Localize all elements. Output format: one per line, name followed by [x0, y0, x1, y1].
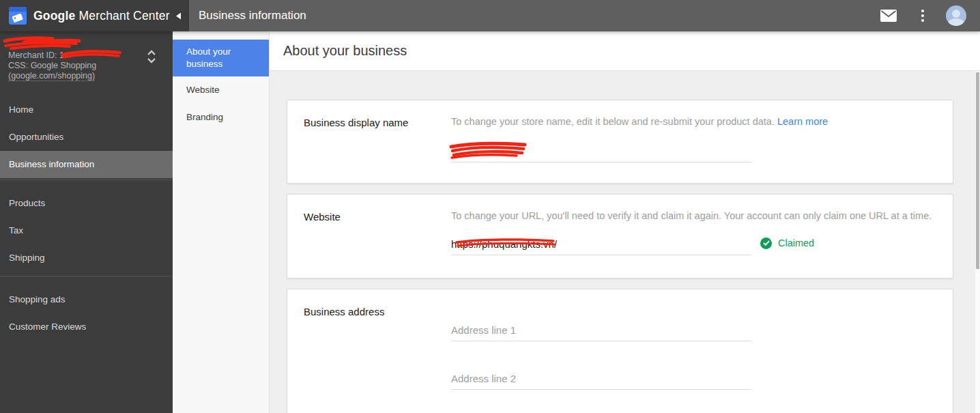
sidebar-nav: Home Opportunities Business information …: [0, 96, 173, 341]
subnav-item-branding[interactable]: Branding: [173, 104, 269, 131]
account-switcher[interactable]: Merchant ID: 1 CSS: Google Shopping (goo…: [0, 31, 173, 96]
sidebar-item-tax[interactable]: Tax: [0, 217, 173, 244]
top-app-bar: GoogleMerchant Center Business informati…: [0, 0, 980, 31]
avatar-shoulders: [948, 18, 964, 26]
merchant-id: Merchant ID: 1: [8, 51, 164, 61]
sidebar-item-shipping[interactable]: Shipping: [0, 244, 173, 272]
sidebar-item-business-information[interactable]: Business information: [0, 151, 173, 178]
sidebar-divider: [0, 180, 173, 180]
avatar[interactable]: [946, 5, 966, 26]
logo-product: Merchant Center: [78, 9, 169, 23]
sidebar-item-products[interactable]: Products: [0, 190, 173, 217]
page-title: Business information: [199, 9, 306, 23]
collapse-left-icon[interactable]: [173, 11, 183, 20]
unfold-more-icon[interactable]: [147, 49, 156, 64]
claim-status-badge: Claimed: [760, 238, 814, 249]
address-line-2-input[interactable]: [451, 368, 751, 390]
sidebar-item-shopping-ads[interactable]: Shopping ads: [0, 286, 173, 313]
subnav-item-about-your-business[interactable]: About your business: [173, 40, 269, 76]
card-label: Website: [304, 210, 451, 278]
subnav-item-website[interactable]: Website: [173, 76, 269, 104]
card-business-display-name: Business display name To change your sto…: [287, 100, 953, 184]
primary-sidebar: Merchant ID: 1 CSS: Google Shopping (goo…: [0, 31, 173, 413]
main-content: About your business Business display nam…: [270, 31, 980, 413]
merchant-center-home-link[interactable]: GoogleMerchant Center: [9, 7, 170, 25]
merchant-center-logo-icon: [9, 7, 27, 25]
card-label: Business address: [304, 304, 451, 413]
content-area: Business display name To change your sto…: [270, 71, 980, 413]
sidebar-divider: [0, 276, 173, 276]
section-title: About your business: [283, 43, 407, 59]
check-circle-icon: [760, 238, 772, 249]
scrollbar-thumb[interactable]: [976, 72, 979, 269]
css-program-line: CSS: Google Shopping: [8, 61, 164, 71]
claim-status-label: Claimed: [778, 238, 814, 248]
avatar-head: [952, 10, 960, 18]
logo-text: GoogleMerchant Center: [33, 9, 170, 23]
card-label: Business display name: [304, 115, 451, 183]
website-url-input[interactable]: [451, 233, 751, 255]
kebab-menu-icon[interactable]: [917, 10, 928, 22]
scrollbar-track[interactable]: [975, 71, 980, 413]
description-text: To change your store name, edit it below…: [451, 116, 775, 127]
sidebar-item-customer-reviews[interactable]: Customer Reviews: [0, 313, 173, 341]
secondary-sidebar: About your business Website Branding: [173, 31, 270, 413]
card-description: To change your store name, edit it below…: [451, 115, 936, 128]
css-program-link[interactable]: (google.com/shopping): [8, 72, 95, 81]
card-business-address: Business address: [287, 289, 953, 413]
display-name-input[interactable]: [451, 141, 751, 162]
topbar-actions: [880, 5, 966, 26]
main-header: About your business: [270, 31, 980, 71]
card-website: Website To change your URL, you'll need …: [287, 194, 953, 279]
logo-google: Google: [33, 9, 75, 23]
address-line-1-input[interactable]: [451, 319, 751, 341]
mail-icon[interactable]: [880, 10, 897, 22]
topbar-logo-area: GoogleMerchant Center: [0, 0, 189, 31]
card-description: To change your URL, you'll need to verif…: [451, 210, 936, 223]
sidebar-item-opportunities[interactable]: Opportunities: [0, 124, 173, 151]
account-name-redacted: [8, 40, 164, 51]
learn-more-link[interactable]: Learn more: [777, 116, 828, 127]
sidebar-item-home[interactable]: Home: [0, 96, 173, 124]
